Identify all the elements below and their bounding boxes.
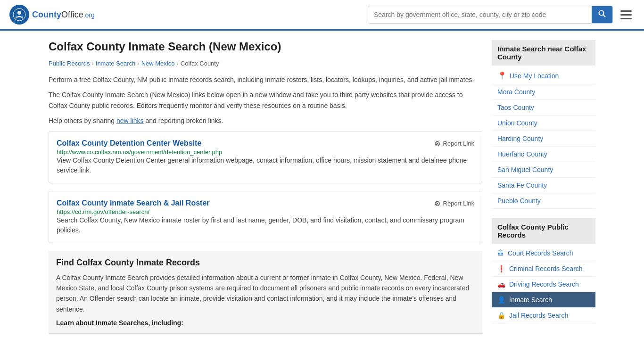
result-header-2: Colfax County Inmate Search & Jail Roste… bbox=[57, 199, 474, 208]
result-card-1: Colfax County Detention Center Website ⊗… bbox=[49, 131, 482, 183]
sidebar-item-pueblo[interactable]: Pueblo County bbox=[492, 193, 595, 209]
location-pin-icon: 📍 bbox=[497, 71, 507, 80]
sidebar-record-court[interactable]: 🏛 Court Records Search bbox=[492, 246, 595, 261]
criminal-records-link[interactable]: ❗ Criminal Records Search bbox=[492, 261, 595, 276]
search-input[interactable] bbox=[368, 7, 592, 22]
sidebar-records-heading: Colfax County Public Records bbox=[492, 218, 595, 244]
sidebar-item-san-miguel[interactable]: San Miguel County bbox=[492, 162, 595, 178]
svg-point-3 bbox=[21, 16, 23, 17]
criminal-icon: ❗ bbox=[497, 265, 505, 272]
use-location-link[interactable]: 📍 Use My Location bbox=[492, 67, 595, 84]
hamburger-line bbox=[620, 10, 632, 12]
breadcrumb-new-mexico[interactable]: New Mexico bbox=[141, 60, 175, 67]
new-links-link[interactable]: new links bbox=[116, 117, 144, 124]
sidebar-item-taos[interactable]: Taos County bbox=[492, 100, 595, 115]
result-title-2: Colfax County Inmate Search & Jail Roste… bbox=[57, 199, 210, 207]
sidebar-records-list: 🏛 Court Records Search ❗ Criminal Record… bbox=[492, 246, 595, 323]
sidebar-nearby-heading: Inmate Search near Colfax County bbox=[492, 40, 595, 66]
report-link-1[interactable]: ⊗ Report Link bbox=[434, 139, 474, 148]
mora-county-link[interactable]: Mora County bbox=[492, 84, 595, 99]
pueblo-county-link[interactable]: Pueblo County bbox=[492, 193, 595, 208]
sidebar-record-criminal[interactable]: ❗ Criminal Records Search bbox=[492, 261, 595, 277]
result-url-2[interactable]: https://cd.nm.gov/offender-search/ bbox=[57, 208, 149, 215]
site-header: CountyOffice.org bbox=[0, 0, 644, 31]
svg-point-1 bbox=[17, 11, 21, 15]
find-section-desc: A Colfax County Inmate Search provides d… bbox=[56, 272, 475, 315]
sidebar-item-mora[interactable]: Mora County bbox=[492, 84, 595, 100]
sidebar: Inmate Search near Colfax County 📍 Use M… bbox=[492, 40, 595, 341]
sidebar-record-driving[interactable]: 🚗 Driving Records Search bbox=[492, 277, 595, 292]
find-section: Find Colfax County Inmate Records A Colf… bbox=[49, 251, 482, 334]
sidebar-record-inmate-active[interactable]: 👤 Inmate Search bbox=[492, 292, 595, 308]
breadcrumb-sep: › bbox=[137, 60, 139, 67]
breadcrumb-public-records[interactable]: Public Records bbox=[49, 60, 90, 67]
search-bar bbox=[368, 6, 613, 24]
breadcrumb-sep: › bbox=[176, 60, 178, 67]
hamburger-line bbox=[620, 14, 632, 16]
learn-title: Learn about Inmate Searches, including: bbox=[56, 319, 475, 327]
taos-county-link[interactable]: Taos County bbox=[492, 100, 595, 115]
description-1: Perform a free Colfax County, NM public … bbox=[49, 74, 482, 85]
find-section-title: Find Colfax County Inmate Records bbox=[56, 258, 475, 268]
result-link-2[interactable]: Colfax County Inmate Search & Jail Roste… bbox=[57, 199, 210, 207]
breadcrumb-sep: › bbox=[91, 60, 93, 67]
report-icon-2: ⊗ bbox=[434, 199, 440, 208]
driving-records-link[interactable]: 🚗 Driving Records Search bbox=[492, 277, 595, 292]
description-2: The Colfax County Inmate Search (New Mex… bbox=[49, 90, 482, 111]
result-title-1: Colfax County Detention Center Website bbox=[57, 139, 201, 148]
logo-text: CountyOffice.org bbox=[32, 10, 95, 20]
main-content: Colfax County Inmate Search (New Mexico)… bbox=[49, 40, 482, 341]
header-right bbox=[368, 6, 635, 24]
harding-county-link[interactable]: Harding County bbox=[492, 131, 595, 146]
result-desc-2: Search Colfax County, New Mexico inmate … bbox=[57, 215, 474, 235]
breadcrumb: Public Records › Inmate Search › New Mex… bbox=[49, 60, 482, 67]
hamburger-menu-button[interactable] bbox=[618, 8, 635, 22]
huerfano-county-link[interactable]: Huerfano County bbox=[492, 147, 595, 162]
report-link-2[interactable]: ⊗ Report Link bbox=[434, 199, 474, 208]
search-button[interactable] bbox=[592, 6, 612, 23]
sidebar-record-jail[interactable]: 🔒 Jail Records Search bbox=[492, 308, 595, 323]
union-county-link[interactable]: Union County bbox=[492, 115, 595, 131]
santa-fe-county-link[interactable]: Santa Fe County bbox=[492, 178, 595, 193]
sidebar-item-harding[interactable]: Harding County bbox=[492, 131, 595, 147]
sidebar-nearby-list: 📍 Use My Location Mora County Taos Count… bbox=[492, 67, 595, 209]
logo-icon bbox=[9, 5, 29, 25]
jail-records-link[interactable]: 🔒 Jail Records Search bbox=[492, 308, 595, 323]
result-card-2: Colfax County Inmate Search & Jail Roste… bbox=[49, 191, 482, 243]
court-records-link[interactable]: 🏛 Court Records Search bbox=[492, 246, 595, 261]
sidebar-item-union[interactable]: Union County bbox=[492, 115, 595, 131]
result-url-1[interactable]: http://www.co.colfax.nm.us/government/de… bbox=[57, 148, 222, 156]
svg-point-2 bbox=[16, 16, 17, 17]
san-miguel-county-link[interactable]: San Miguel County bbox=[492, 162, 595, 177]
report-icon-1: ⊗ bbox=[434, 139, 440, 148]
sidebar-records-section: Colfax County Public Records 🏛 Court Rec… bbox=[492, 218, 595, 323]
sidebar-nearby-section: Inmate Search near Colfax County 📍 Use M… bbox=[492, 40, 595, 209]
court-icon: 🏛 bbox=[497, 249, 504, 257]
driving-icon: 🚗 bbox=[497, 280, 505, 288]
result-desc-1: View Colfax County Detention Center gene… bbox=[57, 156, 474, 175]
result-link-1[interactable]: Colfax County Detention Center Website bbox=[57, 139, 201, 147]
jail-icon: 🔒 bbox=[497, 312, 505, 319]
page-title: Colfax County Inmate Search (New Mexico) bbox=[49, 40, 482, 53]
breadcrumb-inmate-search[interactable]: Inmate Search bbox=[96, 60, 136, 67]
sidebar-item-use-location[interactable]: 📍 Use My Location bbox=[492, 67, 595, 84]
svg-point-4 bbox=[599, 11, 604, 16]
inmate-icon: 👤 bbox=[497, 296, 505, 304]
result-header-1: Colfax County Detention Center Website ⊗… bbox=[57, 139, 474, 148]
breadcrumb-current: Colfax County bbox=[181, 60, 219, 67]
description-3: Help others by sharing new links and rep… bbox=[49, 115, 482, 126]
sidebar-item-huerfano[interactable]: Huerfano County bbox=[492, 147, 595, 162]
inmate-search-link[interactable]: 👤 Inmate Search bbox=[492, 292, 595, 307]
sidebar-item-santa-fe[interactable]: Santa Fe County bbox=[492, 178, 595, 193]
main-container: Colfax County Inmate Search (New Mexico)… bbox=[39, 31, 605, 351]
svg-line-5 bbox=[603, 15, 606, 17]
logo[interactable]: CountyOffice.org bbox=[9, 5, 95, 25]
hamburger-line bbox=[620, 18, 632, 19]
